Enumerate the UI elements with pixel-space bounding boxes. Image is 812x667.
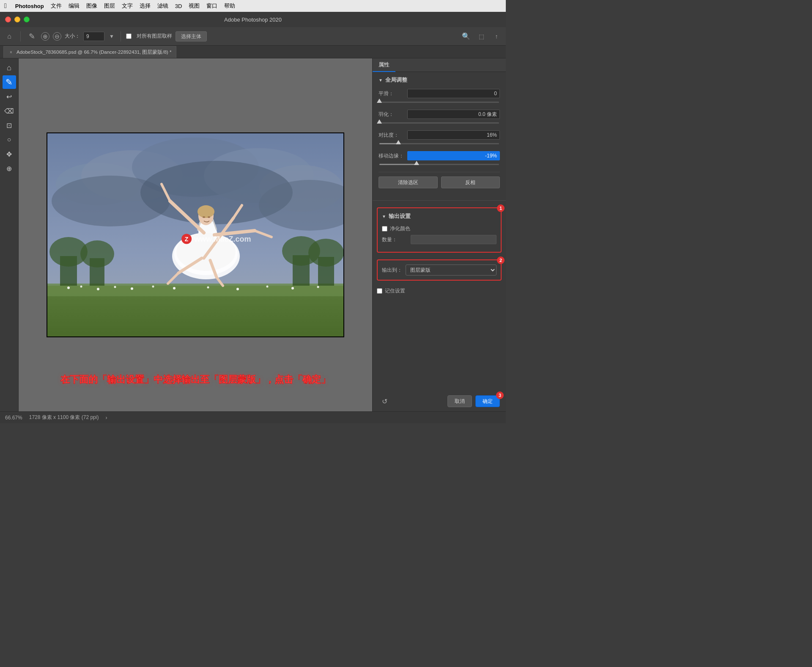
share-icon[interactable]: ↑ [491,30,502,42]
divider1 [379,172,500,172]
menubar-view[interactable]: 视图 [189,2,200,10]
svg-point-49 [203,216,205,218]
arrow-icon[interactable]: › [105,415,107,421]
shift-edge-input[interactable] [407,151,500,160]
feather-slider-thumb[interactable] [377,119,382,124]
svg-point-19 [236,288,239,290]
shift-edge-label: 移动边缘： [379,152,404,160]
global-adjustments-section: ▼ 全局调整 平滑： 羽化： [373,72,506,197]
contrast-input[interactable] [407,130,500,140]
menubar-image[interactable]: 图像 [86,2,97,10]
menubar-window[interactable]: 窗口 [206,2,217,10]
collapse-icon[interactable]: ▼ [379,78,383,83]
menubar-layer[interactable]: 图层 [104,2,115,10]
undo-icon[interactable]: ↺ [379,395,390,407]
smooth-slider-thumb[interactable] [377,99,382,103]
menubar:  Photoshop 文件 编辑 图像 图层 文字 选择 滤镜 3D 视图 窗… [0,0,506,12]
tool-brush[interactable]: ✎ [3,75,16,89]
cancel-button[interactable]: 取消 [447,395,472,407]
tab-close-icon[interactable]: × [8,49,14,55]
tool-selection[interactable]: ⊡ [3,119,16,132]
menubar-text[interactable]: 文字 [122,2,133,10]
menubar-file[interactable]: 文件 [51,2,62,10]
shift-edge-slider-track[interactable] [379,164,499,165]
quantity-row: 数量： [382,235,497,244]
purify-colors-checkbox[interactable] [382,226,387,232]
svg-point-30 [308,239,343,267]
document-tab[interactable]: × AdobeStock_78360685.psd @ 66.7% (Dance… [3,46,176,58]
clear-selection-button[interactable]: 清除选区 [379,176,438,188]
svg-point-21 [291,287,294,289]
refine-icon[interactable]: ⊕ [41,32,49,41]
brush-tool-icon[interactable]: ✎ [26,30,38,42]
svg-point-20 [266,286,269,288]
tool-erase[interactable]: ⌫ [3,104,16,118]
ok-badge: 3 [496,391,504,399]
zoom-level: 66.67% [5,415,22,421]
divider2 [373,200,506,201]
smooth-slider-container [379,102,500,103]
svg-point-17 [173,287,176,289]
menubar-filter[interactable]: 滤镜 [157,2,168,10]
feather-slider-container [379,122,500,124]
sample-all-checkbox[interactable] [126,33,132,39]
quantity-label: 数量： [382,236,407,243]
tool-lasso[interactable]: ○ [3,133,16,146]
tabbar: × AdobeStock_78360685.psd @ 66.7% (Dance… [0,46,506,58]
remember-settings-row: 记住设置 [377,287,502,295]
canvas-background: Z www.MacZ.com 在下面的「输出设置」中选择输出至「图层蒙版」，点击… [19,58,372,411]
menubar-help[interactable]: 帮助 [224,2,235,10]
smooth-input[interactable] [407,89,500,98]
invert-button[interactable]: 反相 [441,176,500,188]
subtract-icon[interactable]: ⊖ [53,32,61,41]
tool-zoom[interactable]: ⊕ [3,162,16,175]
contrast-slider-thumb[interactable] [396,140,401,144]
contrast-slider-track[interactable] [379,143,499,144]
sample-all-label: 对所有图层取样 [137,33,172,40]
window-title: Adobe Photoshop 2020 [224,17,282,23]
svg-point-34 [176,233,236,271]
output-to-select[interactable]: 图层蒙版 新建图层 新建带有图层蒙版的图层 新建文档 带有图层蒙版的新文档 [406,265,497,276]
size-dropdown-icon[interactable]: ▼ [108,30,115,42]
statusbar: 66.67% 1728 像素 x 1100 像素 (72 ppi) › [0,411,506,423]
feather-input[interactable] [407,110,500,119]
feather-label: 羽化： [379,111,404,118]
shift-edge-slider-thumb[interactable] [414,161,419,165]
close-button[interactable] [5,17,11,22]
svg-point-48 [198,205,214,218]
minimize-button[interactable] [14,17,20,22]
svg-point-11 [67,287,70,289]
menubar-photoshop[interactable]: Photoshop [15,3,44,9]
size-input[interactable] [83,32,104,41]
menubar-3d[interactable]: 3D [175,3,182,9]
svg-point-16 [152,286,154,288]
smooth-slider-track[interactable] [379,102,499,103]
output-settings-badge: 1 [497,204,505,212]
search-icon[interactable]: 🔍 [460,30,472,42]
tool-history[interactable]: ↩ [3,90,16,103]
select-subject-button[interactable]: 选择主体 [176,31,207,41]
output-collapse-icon[interactable]: ▼ [382,214,386,219]
maximize-button[interactable] [24,17,30,22]
svg-point-18 [207,287,209,289]
toolbox: ⌂ ✎ ↩ ⌫ ⊡ ○ ✥ ⊕ [0,58,19,411]
size-label: 大小： [65,33,80,40]
feather-slider-track[interactable] [379,122,499,124]
output-destination-badge: 2 [497,256,505,264]
menubar-select[interactable]: 选择 [140,2,151,10]
section-header-global: ▼ 全局调整 [379,76,500,84]
quantity-input[interactable] [411,235,497,244]
apple-menu[interactable]:  [4,2,7,10]
action-btn-group: 清除选区 反相 [379,176,500,188]
properties-tab[interactable]: 属性 [373,58,395,72]
smooth-label: 平滑： [379,90,404,97]
menubar-edit[interactable]: 编辑 [69,2,80,10]
tool-move[interactable]: ⌂ [3,61,16,74]
canvas-image-container: Z www.MacZ.com [47,133,343,336]
feather-row: 羽化： [379,110,500,119]
tool-transform[interactable]: ✥ [3,147,16,161]
output-destination-section: 2 输出到： 图层蒙版 新建图层 新建带有图层蒙版的图层 新建文档 带有图层蒙版… [377,259,502,281]
layout-icon[interactable]: ⬚ [475,30,487,42]
home-icon[interactable]: ⌂ [3,30,15,42]
remember-settings-checkbox[interactable] [377,288,382,294]
